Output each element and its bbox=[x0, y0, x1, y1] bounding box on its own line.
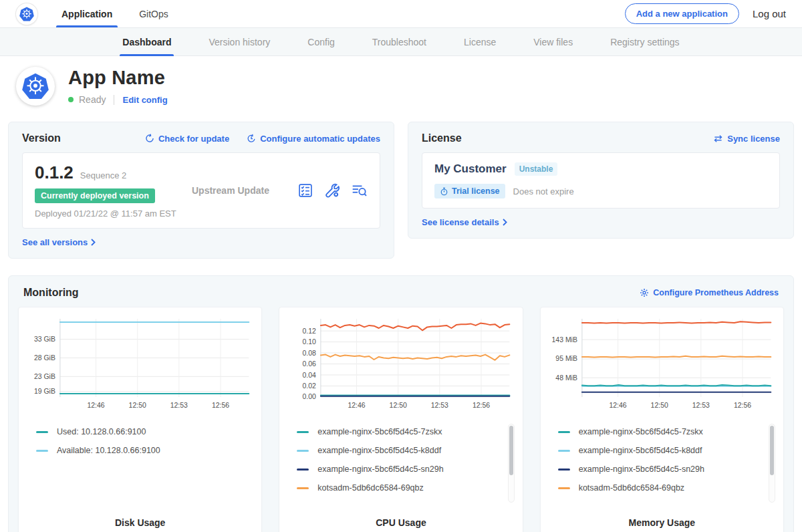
svg-text:12:56: 12:56 bbox=[734, 402, 751, 409]
tab-application[interactable]: Application bbox=[60, 0, 114, 27]
svg-text:0.08: 0.08 bbox=[303, 350, 317, 357]
logout-button[interactable]: Log out bbox=[753, 8, 786, 19]
trial-license-badge: Trial license bbox=[434, 184, 505, 198]
kubernetes-app-icon bbox=[21, 72, 50, 101]
cpu-usage-legend: example-nginx-5bc6f5d4c5-7zskxexample-ng… bbox=[287, 422, 514, 517]
see-license-details-link[interactable]: See license details bbox=[422, 217, 507, 227]
legend-color-dash bbox=[297, 469, 309, 471]
svg-text:0.10: 0.10 bbox=[303, 338, 317, 346]
svg-text:0.06: 0.06 bbox=[303, 360, 317, 368]
legend-color-dash bbox=[297, 487, 309, 489]
checklist-icon bbox=[298, 183, 313, 198]
version-sequence: Sequence 2 bbox=[80, 170, 126, 180]
see-all-versions-label: See all versions bbox=[22, 237, 88, 247]
divider bbox=[114, 95, 114, 105]
license-card: License Sync license My Customer Unstabl… bbox=[408, 122, 794, 239]
monitoring-section: Monitoring Configure Prometheus Address … bbox=[8, 275, 794, 532]
memory-usage-chart: 48 MiB95 MiB143 MiB12:4612:5012:5312:56 bbox=[549, 314, 775, 416]
legend-item: Used: 10.128.0.66:9100 bbox=[31, 422, 249, 441]
see-all-versions-link[interactable]: See all versions bbox=[22, 237, 96, 247]
legend-color-dash bbox=[558, 431, 570, 433]
legend-item: example-nginx-5bc6f5d4c5-7zskx bbox=[291, 422, 510, 441]
chevron-right-icon bbox=[503, 219, 507, 226]
configure-prometheus-label: Configure Prometheus Address bbox=[653, 288, 779, 297]
subnav-item-view-files[interactable]: View files bbox=[533, 28, 573, 56]
subnav-item-license[interactable]: License bbox=[464, 28, 496, 56]
legend-scrollbar[interactable] bbox=[508, 424, 515, 503]
tab-application-label: Application bbox=[61, 9, 112, 19]
chart-title: Memory Usage bbox=[549, 517, 775, 528]
cpu-usage-chart-card: 0.000.020.040.060.080.100.1212:4612:5012… bbox=[279, 307, 523, 532]
legend-color-dash bbox=[297, 450, 309, 452]
version-card-title: Version bbox=[22, 132, 61, 144]
tab-gitops[interactable]: GitOps bbox=[138, 0, 170, 27]
legend-item: Available: 10.128.0.66:9100 bbox=[31, 441, 249, 460]
preflight-checks-button[interactable] bbox=[298, 183, 313, 198]
kubernetes-logo[interactable] bbox=[16, 3, 37, 25]
svg-text:0.02: 0.02 bbox=[303, 382, 317, 390]
configure-auto-updates-link[interactable]: Configure automatic updates bbox=[247, 134, 380, 144]
scrollbar-thumb[interactable] bbox=[509, 426, 513, 475]
edit-config-link[interactable]: Edit config bbox=[122, 95, 167, 105]
subnav-item-config[interactable]: Config bbox=[307, 28, 334, 56]
add-application-button[interactable]: Add a new application bbox=[625, 3, 739, 24]
legend-label: example-nginx-5bc6f5d4c5-sn29h bbox=[317, 464, 443, 474]
license-card-title: License bbox=[422, 132, 462, 144]
legend-label: example-nginx-5bc6f5d4c5-k8ddf bbox=[317, 446, 441, 455]
disk-usage-chart-card: 19 GiB23 GiB28 GiB33 GiB12:4612:5012:531… bbox=[18, 307, 262, 532]
gear-icon bbox=[640, 288, 649, 297]
sync-arrows-icon bbox=[713, 134, 723, 143]
legend-item: example-nginx-5bc6f5d4c5-k8ddf bbox=[553, 441, 771, 460]
legend-label: example-nginx-5bc6f5d4c5-sn29h bbox=[579, 464, 704, 474]
sync-license-label: Sync license bbox=[727, 134, 780, 144]
svg-text:12:46: 12:46 bbox=[87, 402, 104, 409]
legend-item: example-nginx-5bc6f5d4c5-k8ddf bbox=[291, 441, 510, 460]
legend-color-dash bbox=[297, 431, 309, 433]
view-config-button[interactable] bbox=[325, 183, 340, 198]
subnav-item-dashboard[interactable]: Dashboard bbox=[122, 28, 171, 56]
subnav-item-troubleshoot[interactable]: Troubleshoot bbox=[372, 28, 426, 56]
check-for-update-link[interactable]: Check for update bbox=[145, 134, 229, 144]
cpu-usage-chart: 0.000.020.040.060.080.100.1212:4612:5012… bbox=[287, 314, 514, 416]
legend-color-dash bbox=[558, 450, 570, 452]
deployed-badge: Currently deployed version bbox=[35, 188, 155, 203]
trial-license-label: Trial license bbox=[452, 186, 500, 196]
check-for-update-label: Check for update bbox=[158, 134, 229, 144]
legend-label: example-nginx-5bc6f5d4c5-7zskx bbox=[317, 427, 442, 436]
version-number: 0.1.2 bbox=[35, 162, 74, 183]
legend-color-dash bbox=[36, 431, 48, 433]
svg-text:143 MiB: 143 MiB bbox=[551, 336, 577, 344]
legend-color-dash bbox=[36, 450, 48, 452]
legend-item: example-nginx-5bc6f5d4c5-7zskx bbox=[553, 422, 771, 441]
see-license-details-label: See license details bbox=[422, 217, 499, 227]
svg-text:0.00: 0.00 bbox=[303, 393, 317, 400]
legend-item: example-nginx-5bc6f5d4c5-sn29h bbox=[553, 460, 771, 479]
channel-badge: Unstable bbox=[515, 162, 558, 176]
sync-license-link[interactable]: Sync license bbox=[713, 134, 780, 144]
svg-text:12:53: 12:53 bbox=[170, 402, 188, 409]
page-title: App Name bbox=[68, 67, 168, 89]
deploy-logs-button[interactable] bbox=[352, 183, 368, 198]
svg-text:19 GiB: 19 GiB bbox=[34, 388, 55, 395]
legend-scrollbar[interactable] bbox=[769, 424, 775, 503]
app-sub-nav: DashboardVersion historyConfigTroublesho… bbox=[0, 28, 802, 56]
legend-item: kotsadm-5db6dc6584-69qbz bbox=[553, 479, 771, 497]
tab-gitops-label: GitOps bbox=[139, 9, 168, 19]
configure-auto-updates-label: Configure automatic updates bbox=[260, 134, 380, 144]
svg-text:33 GiB: 33 GiB bbox=[34, 336, 55, 343]
ready-status-dot bbox=[68, 97, 74, 102]
svg-text:12:50: 12:50 bbox=[129, 402, 146, 409]
configure-prometheus-link[interactable]: Configure Prometheus Address bbox=[640, 288, 779, 297]
scrollbar-thumb[interactable] bbox=[770, 426, 774, 475]
svg-text:95 MiB: 95 MiB bbox=[555, 355, 577, 362]
subnav-item-version-history[interactable]: Version history bbox=[209, 28, 270, 56]
svg-text:0.04: 0.04 bbox=[303, 372, 317, 379]
current-version-row: 0.1.2 Sequence 2 Currently deployed vers… bbox=[22, 152, 380, 229]
customer-name: My Customer bbox=[434, 162, 507, 176]
top-nav-tabs: Application GitOps bbox=[60, 0, 194, 27]
subnav-item-registry-settings[interactable]: Registry settings bbox=[610, 28, 679, 56]
svg-text:12:46: 12:46 bbox=[348, 402, 366, 409]
chart-title: CPU Usage bbox=[287, 517, 514, 528]
monitoring-title: Monitoring bbox=[23, 287, 79, 299]
app-avatar bbox=[16, 67, 55, 106]
